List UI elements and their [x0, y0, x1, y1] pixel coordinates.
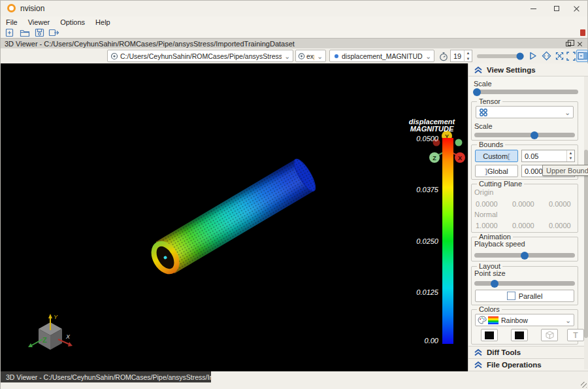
- gizmo-x-label: X: [458, 155, 462, 161]
- float-icon: [566, 42, 571, 46]
- tensor-scale-slider-handle[interactable]: [531, 131, 538, 139]
- fit-brackets-icon: [566, 52, 576, 61]
- playback-speed-slider-handle[interactable]: [521, 252, 529, 260]
- minimize-button[interactable]: [522, 1, 544, 16]
- viewer-dock-titlebar: 3D Viewer - C:/Users/CeyhunSahin/ROMCase…: [1, 38, 587, 48]
- menu-file[interactable]: File: [1, 18, 23, 27]
- normal-x-value: 1.0000: [476, 222, 498, 229]
- fit-view-button[interactable]: [565, 50, 577, 62]
- dataset-path-combobox[interactable]: C:/Users/CeyhunSahin/ROMCases/Pipe/ansys…: [107, 50, 293, 62]
- export-button[interactable]: [48, 28, 59, 38]
- viewer-dock-title: 3D Viewer - C:/Users/CeyhunSahin/ROMCase…: [1, 40, 295, 48]
- chevron-down-icon: ⌄: [423, 52, 434, 60]
- tensor-combobox[interactable]: ⌄: [476, 106, 574, 118]
- chevron-down-icon: ⌄: [314, 52, 325, 60]
- solid-color-button[interactable]: [541, 329, 558, 341]
- diff-tools-title: Diff Tools: [487, 348, 521, 356]
- tooltip: Upper Bound: [542, 165, 588, 176]
- save-button[interactable]: [33, 28, 45, 38]
- parallel-checkbox[interactable]: [507, 292, 515, 300]
- status-strip: 3D Viewer - C:/Users/CeyhunSahin/ROMCase…: [1, 371, 588, 389]
- spin-down-icon[interactable]: ▼: [465, 56, 472, 62]
- file-operations-title: File Operations: [487, 361, 542, 369]
- menu-help[interactable]: Help: [90, 18, 116, 27]
- dock-indicator-icon: [580, 29, 585, 36]
- chevron-down-icon: ⌄: [282, 52, 293, 60]
- timeline-slider-handle[interactable]: [516, 53, 523, 60]
- spin-up-icon[interactable]: ▲: [465, 50, 472, 56]
- menu-options[interactable]: Options: [55, 18, 90, 27]
- field-combobox[interactable]: displacement_MAGNITUDE ⌄: [329, 50, 434, 62]
- view-settings-header[interactable]: View Settings: [468, 63, 588, 76]
- close-button[interactable]: [565, 1, 587, 16]
- toggle-side-panel-button[interactable]: [576, 50, 588, 62]
- tensor-scale-slider[interactable]: [474, 133, 575, 137]
- point-size-slider-handle[interactable]: [491, 280, 498, 288]
- legend-tick: 0.00: [393, 337, 438, 345]
- experiment-combobox[interactable]: exp_1 ⌄: [295, 50, 326, 62]
- layout-group: Layout Point size Parallel: [471, 266, 578, 305]
- resize-grip[interactable]: [581, 382, 587, 388]
- legend-title: displacement MAGNITUDE: [398, 118, 466, 133]
- field-dot-icon: [335, 54, 338, 58]
- scale-slider-handle[interactable]: [473, 88, 481, 96]
- spin-down-icon[interactable]: ▼: [567, 156, 574, 161]
- field-value: displacement_MAGNITUDE: [342, 52, 423, 60]
- point-size-slider[interactable]: [474, 281, 575, 286]
- frame-spin-arrows[interactable]: ▲ ▼: [464, 50, 472, 62]
- bound-spin-arrows[interactable]: ▲ ▼: [566, 150, 574, 161]
- cutting-plane-group: Cutting Plane Origin 0.0000 0.0000 0.000…: [471, 184, 578, 233]
- origin-x-value: 0.0000: [476, 200, 498, 208]
- frame-spinbox[interactable]: 19 ▲ ▼: [450, 50, 472, 62]
- axes-triad: Y Z X: [25, 311, 78, 360]
- new-file-icon: [5, 28, 16, 37]
- float-window-button[interactable]: [564, 40, 573, 48]
- gizmo-z-label: Z: [433, 155, 436, 161]
- collapse-chevrons-icon: [474, 348, 483, 356]
- legend-colorbar: [442, 138, 453, 344]
- timeline-slider[interactable]: [477, 54, 524, 58]
- legend-tick: 0.0500: [393, 135, 438, 143]
- title-bar: nvision: [1, 1, 587, 16]
- bounds-global-button[interactable]: ]Global: [475, 165, 518, 177]
- diff-tools-header[interactable]: Diff Tools: [468, 346, 588, 359]
- panel-scrollbar-thumb[interactable]: [584, 150, 588, 338]
- dock-close-button[interactable]: [575, 40, 584, 48]
- colormap-combobox[interactable]: Rainbow ⌄: [475, 314, 574, 326]
- text-glyph-icon: T: [573, 331, 578, 340]
- play-button[interactable]: [527, 50, 538, 62]
- text-style-button[interactable]: T: [567, 329, 584, 341]
- maximize-button[interactable]: [546, 1, 568, 16]
- colormap-value: Rainbow: [501, 316, 528, 324]
- play-icon: [529, 52, 537, 60]
- file-operations-header[interactable]: File Operations: [468, 359, 588, 371]
- menu-viewer[interactable]: Viewer: [23, 18, 55, 27]
- background-color-button[interactable]: [481, 329, 498, 341]
- reset-view-button[interactable]: [540, 50, 552, 62]
- playback-speed-slider[interactable]: [474, 253, 575, 258]
- color-swatch-black: [485, 331, 494, 339]
- legend-tick: 0.0375: [393, 186, 438, 194]
- legend-tick: 0.0250: [393, 237, 438, 245]
- viewer-tab[interactable]: 3D Viewer - C:/Users/CeyhunSahin/ROMCase…: [1, 371, 211, 382]
- gizmo-neg-z-axis[interactable]: [455, 139, 463, 146]
- open-folder-button[interactable]: [19, 28, 31, 38]
- panel-scrollbar[interactable]: [584, 76, 588, 369]
- upper-bound-input[interactable]: 0.05 ▲ ▼: [521, 150, 575, 162]
- spin-up-icon[interactable]: ▲: [567, 150, 574, 156]
- bounds-custom-button[interactable]: Custom[: [475, 150, 518, 162]
- scale-slider[interactable]: [474, 90, 578, 94]
- scale-label: Scale: [474, 80, 492, 88]
- bounds-group-label: Bounds: [477, 141, 505, 148]
- legend-tick: 0.0125: [393, 288, 438, 296]
- new-file-button[interactable]: [5, 28, 16, 38]
- chevron-down-icon: ⌄: [563, 316, 574, 324]
- parallel-toggle-button[interactable]: Parallel: [475, 290, 574, 302]
- normal-y-value: 0.0000: [512, 222, 534, 229]
- expand-view-button[interactable]: [553, 50, 565, 62]
- text-color-button[interactable]: [511, 329, 528, 341]
- cube-icon: [546, 331, 554, 339]
- triad-z-label: Z: [42, 336, 47, 344]
- color-swatch-black: [515, 331, 524, 339]
- viewport-3d[interactable]: Y Z X displacement MAGNITUDE 0.0500 0.03…: [1, 63, 468, 371]
